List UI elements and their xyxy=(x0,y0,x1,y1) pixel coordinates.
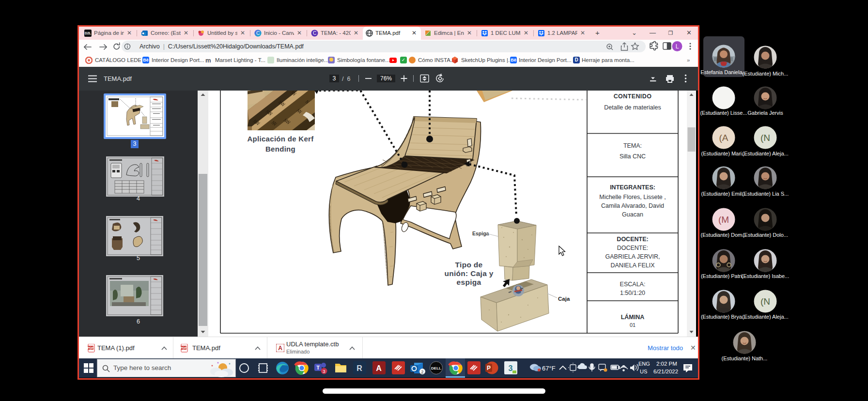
svg-text:(Estudiante) Brya...: (Estudiante) Brya... xyxy=(701,314,746,320)
svg-text:(Estudiante) Dolo...: (Estudiante) Dolo... xyxy=(743,232,788,238)
svg-text:(Estudiante) Aleja...: (Estudiante) Aleja... xyxy=(742,314,788,320)
svg-text:(N: (N xyxy=(760,296,770,307)
svg-text:Gabriela Jervis: Gabriela Jervis xyxy=(747,110,783,116)
svg-text:(Estudiante) Lia S...: (Estudiante) Lia S... xyxy=(742,191,789,197)
svg-text:(N: (N xyxy=(760,133,770,143)
svg-text:(Estudiante) Nath...: (Estudiante) Nath... xyxy=(722,355,768,361)
svg-text:(Estudiante) Aleja...: (Estudiante) Aleja... xyxy=(742,151,788,156)
svg-text:(Estudiante) Isabe...: (Estudiante) Isabe... xyxy=(742,273,789,279)
svg-text:(Estudiante) Lisse...: (Estudiante) Lisse... xyxy=(700,110,747,116)
svg-text:Estefania Daniela...: Estefania Daniela... xyxy=(700,69,746,75)
svg-text:(Estudiante) Mari...: (Estudiante) Mari... xyxy=(701,151,746,156)
svg-text:(A: (A xyxy=(719,133,728,143)
svg-text:(Estudiante) Dom...: (Estudiante) Dom... xyxy=(701,232,747,238)
svg-text:(Estudiante) Emil...: (Estudiante) Emil... xyxy=(701,191,746,197)
svg-text:(M: (M xyxy=(718,215,729,225)
svg-text:(Estudiante) Mich...: (Estudiante) Mich... xyxy=(743,71,789,77)
svg-text:(Estudiante) Patri...: (Estudiante) Patri... xyxy=(701,273,746,279)
